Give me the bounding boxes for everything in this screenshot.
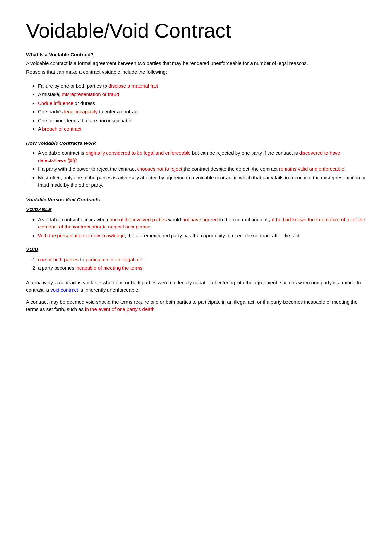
- list-item: one or both parties to participate in an…: [38, 256, 366, 263]
- voidable-sub-list: A voidable contract occurs when one of t…: [38, 216, 366, 240]
- list-item: Most often, only one of the parties is a…: [38, 174, 366, 189]
- voidable-vs-void-section: Voidable Versus Void Contracts VOIDABLE …: [26, 196, 366, 272]
- list-item: Failure by one or both parties to disclo…: [38, 82, 366, 90]
- void-contract-link[interactable]: void contract: [50, 287, 78, 293]
- voidable-reasons-list: Failure by one or both parties to disclo…: [38, 82, 366, 133]
- list-item: a party becomes incapable of meeting the…: [38, 264, 366, 272]
- list-item: If a party with the power to reject the …: [38, 165, 366, 173]
- list-item: A voidable contract occurs when one of t…: [38, 216, 366, 231]
- list-item: One or more terms that are unconscionabl…: [38, 117, 366, 125]
- closing-para-1: Alternatively, a contract is voidable wh…: [26, 279, 366, 294]
- list-item: With the presentation of new knowledge, …: [38, 232, 366, 240]
- list-item: A breach of contract: [38, 126, 366, 133]
- list-item: One party's legal incapacity to enter a …: [38, 108, 366, 116]
- voidable-vs-void-heading: Voidable Versus Void Contracts: [26, 196, 366, 204]
- intro-description: A voidable contract is a formal agreemen…: [26, 60, 366, 67]
- list-item: Undue influence or duress: [38, 100, 366, 107]
- intro-question: What Is a Voidable Contract?: [26, 51, 366, 59]
- list-item: A voidable contract is originally consid…: [38, 149, 366, 164]
- closing-para-2: A contract may be deemed void should the…: [26, 298, 366, 313]
- page-title: Voidable/Void Contract: [26, 20, 366, 42]
- void-sub-heading: VOID: [26, 246, 366, 253]
- how-work-heading: How Voidable Contracts Work: [26, 140, 366, 147]
- how-work-section: How Voidable Contracts Work A voidable c…: [26, 140, 366, 189]
- intro-section: What Is a Voidable Contract? A voidable …: [26, 51, 366, 76]
- how-work-list: A voidable contract is originally consid…: [38, 149, 366, 189]
- void-list: one or both parties to participate in an…: [38, 256, 366, 272]
- voidable-sub-heading: VOIDABLE: [26, 206, 366, 213]
- list-item: A mistake, misrepresentation or fraud: [38, 91, 366, 98]
- intro-reasons-heading: Reasons that can make a contract voidabl…: [26, 68, 366, 76]
